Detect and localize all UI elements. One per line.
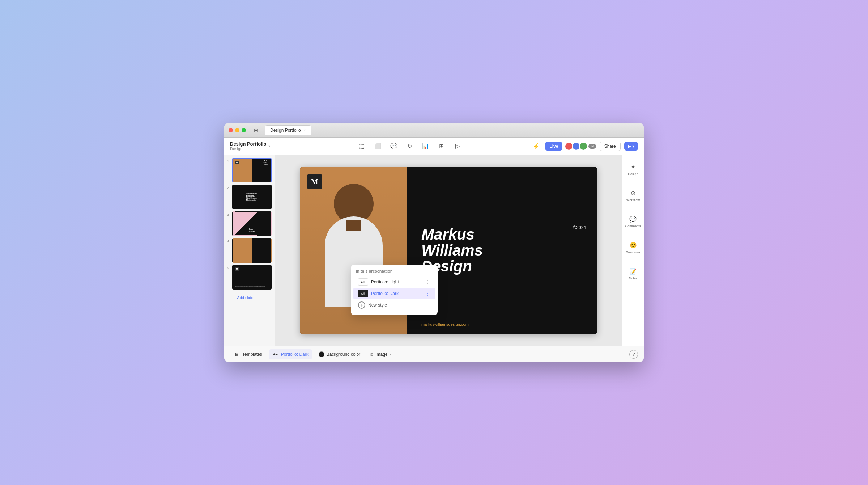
doc-chevron-icon[interactable]: ▾ (268, 144, 270, 148)
slide-headline-line2: Williams (421, 242, 483, 258)
style-icon-light: A (358, 278, 368, 286)
style-more-light[interactable]: ⋮ (425, 279, 430, 285)
theme-label: Portfolio: Dark (281, 352, 309, 357)
minimize-button[interactable] (235, 128, 239, 132)
slide-number-1: 1 (227, 158, 231, 163)
slide-logo-box: M (307, 174, 322, 189)
new-style-item[interactable]: + New style (353, 299, 435, 311)
toolbar-left: Design Portfolio Design ▾ (230, 141, 288, 151)
right-panel-workflow[interactable]: ⊙ Workflow (624, 187, 642, 204)
notes-label: Notes (629, 277, 638, 280)
window-grid-icon[interactable]: ⊞ (250, 125, 262, 136)
image-label: Image (375, 352, 387, 357)
image-chevron-icon: › (390, 352, 391, 356)
templates-icon: ⊞ (234, 351, 240, 358)
person-neck (346, 220, 361, 231)
theme-button[interactable]: A● Portfolio: Dark (269, 349, 312, 359)
design-icon: ✦ (629, 163, 637, 171)
slide-number-3: 3 (227, 211, 231, 216)
new-style-label: New style (368, 303, 387, 308)
slide-number-5: 5 (227, 265, 231, 270)
templates-label: Templates (242, 352, 262, 357)
canvas-area: M Markus Williams Design ©2024 markuswil… (275, 155, 622, 346)
share-button[interactable]: Share (600, 142, 621, 151)
comments-label: Comments (625, 224, 641, 228)
slide-3-text: CaseStudies (247, 227, 256, 234)
maximize-button[interactable] (242, 128, 246, 132)
toolbar-table-icon[interactable]: ⊞ (437, 141, 447, 151)
tab-label: Design Portfolio (270, 128, 301, 133)
slide-2-text: Art Direction.Branding.Web Design.Multim… (245, 191, 259, 203)
new-style-plus-icon: + (358, 301, 365, 309)
collaborator-avatars: +4 (566, 142, 596, 151)
workflow-label: Workflow (626, 198, 640, 202)
workflow-icon: ⊙ (629, 189, 637, 197)
help-label: ? (633, 352, 635, 357)
toolbar-flash-icon[interactable]: ⚡ (531, 141, 541, 151)
avatar-count: +4 (588, 144, 596, 149)
toolbar: Design Portfolio Design ▾ ⬚ ⬜ 💬 ↻ 📊 ⊞ ▷ … (224, 138, 644, 155)
image-button[interactable]: ⧄ Image › (367, 350, 395, 359)
slide-1-text: MarkusWilliamsDesign (264, 160, 269, 166)
toolbar-chat-icon[interactable]: 💬 (389, 141, 399, 151)
slide-5-logo: M (235, 267, 239, 271)
toolbar-play-icon[interactable]: ▷ (452, 141, 463, 151)
app-window: ⊞ Design Portfolio × Design Portfolio De… (224, 123, 644, 362)
toolbar-right: ⚡ Live +4 Share ▶ ▾ (531, 141, 638, 151)
background-color-button[interactable]: Background color (315, 350, 364, 359)
slide-thumbnail-5[interactable]: M Markus Williams is a multidisciplinary… (232, 265, 272, 290)
slide-thumbnail-2[interactable]: Art Direction.Branding.Web Design.Multim… (232, 185, 272, 209)
style-popup: In this presentation A Portfolio: Light … (351, 265, 438, 315)
slide-1-logo: M (235, 161, 239, 164)
slide-thumbnail-4[interactable] (232, 238, 272, 263)
right-panel-notes[interactable]: 📝 Notes (627, 265, 640, 282)
slide-thumbnail-1[interactable]: M MarkusWilliamsDesign (232, 158, 272, 182)
help-button[interactable]: ? (629, 350, 638, 359)
image-icon: ⧄ (370, 351, 373, 357)
style-name-dark: Portfolio: Dark (371, 291, 422, 296)
title-bar: ⊞ Design Portfolio × (224, 123, 644, 138)
add-slide-label: + Add slide (234, 295, 253, 300)
live-button[interactable]: Live (545, 142, 562, 151)
close-button[interactable] (229, 128, 233, 132)
popup-header: In this presentation (351, 269, 438, 276)
bottom-bar: ⊞ Templates A● Portfolio: Dark Backgroun… (224, 346, 644, 362)
slide-item-5: 5 M Markus Williams is a multidisciplina… (227, 265, 272, 290)
style-name-light: Portfolio: Light (371, 279, 422, 284)
toolbar-frame-icon[interactable]: ⬚ (357, 141, 367, 151)
style-icon-dark: A (358, 290, 368, 297)
theme-icon: A● (272, 351, 279, 358)
style-item-dark[interactable]: A Portfolio: Dark ⋮ (353, 288, 435, 299)
active-tab[interactable]: Design Portfolio × (265, 125, 311, 135)
slide-thumbnail-3[interactable]: CaseStudies (232, 211, 272, 236)
background-color-icon (319, 351, 324, 357)
style-item-light[interactable]: A Portfolio: Light ⋮ (353, 276, 435, 288)
traffic-lights (229, 128, 246, 132)
slide-item-3: 3 CaseStudies (227, 211, 272, 236)
reactions-label: Reactions (626, 250, 640, 254)
toolbar-refresh-icon[interactable]: ↻ (405, 141, 415, 151)
slides-panel: 1 M MarkusWilliamsDesign 2 Art Direction… (224, 155, 275, 346)
avatar-3 (579, 142, 588, 151)
design-label: Design (628, 172, 638, 176)
slide-canvas[interactable]: M Markus Williams Design ©2024 markuswil… (300, 167, 597, 334)
doc-info: Design Portfolio Design (230, 141, 266, 151)
main-content: 1 M MarkusWilliamsDesign 2 Art Direction… (224, 155, 644, 346)
present-button[interactable]: ▶ ▾ (624, 142, 638, 151)
tab-close-icon[interactable]: × (304, 128, 306, 132)
slide-headline-line1: Markus (421, 227, 483, 242)
notes-icon: 📝 (629, 267, 637, 275)
right-panel-reactions[interactable]: 😊 Reactions (624, 239, 642, 256)
slide-copyright: ©2024 (573, 225, 586, 230)
toolbar-chart-icon[interactable]: 📊 (421, 141, 431, 151)
right-panel-design[interactable]: ✦ Design (626, 161, 640, 178)
slide-url: markuswilliamsdesign.com (421, 322, 469, 326)
toolbar-center: ⬚ ⬜ 💬 ↻ 📊 ⊞ ▷ (291, 141, 528, 151)
slide-item-1: 1 M MarkusWilliamsDesign (227, 158, 272, 182)
add-slide-button[interactable]: + + Add slide (227, 293, 272, 302)
templates-button[interactable]: ⊞ Templates (230, 349, 266, 359)
toolbar-monitor-icon[interactable]: ⬜ (373, 141, 383, 151)
style-more-dark[interactable]: ⋮ (425, 291, 430, 296)
right-panel-comments[interactable]: 💬 Comments (623, 213, 643, 230)
background-color-label: Background color (327, 352, 360, 357)
